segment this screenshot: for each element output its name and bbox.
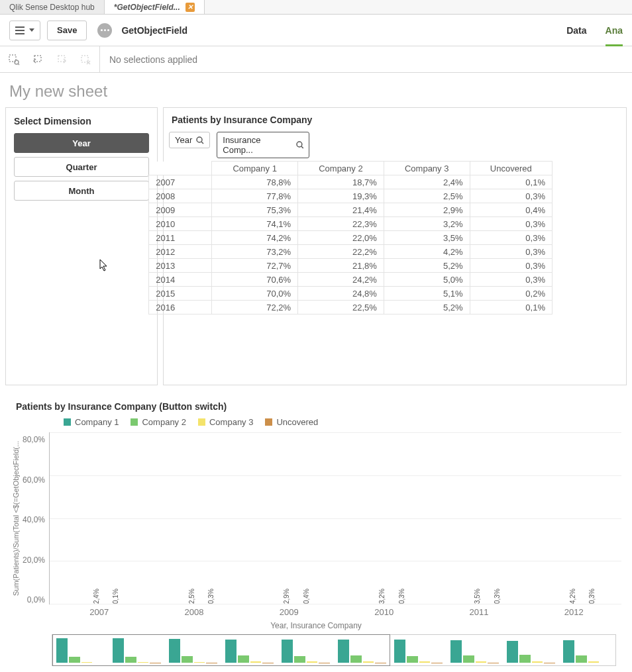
chart-plot[interactable]: 78,8%18,7%2,4%0,1%77,8%19,3%2,5%0,3%75,3… xyxy=(49,432,621,604)
bar-group[interactable]: 77,8%19,3%2,5%0,3% xyxy=(145,432,240,604)
table-row[interactable]: 201372,7%21,8%5,2%0,3% xyxy=(149,259,553,273)
pivot-cell[interactable]: 74,2% xyxy=(212,231,298,245)
pivot-cell[interactable]: 0,3% xyxy=(470,231,552,245)
pivot-cell[interactable]: 3,2% xyxy=(384,217,470,231)
dim-button-year[interactable]: Year xyxy=(14,133,149,153)
pivot-col-dim[interactable]: Insurance Comp... xyxy=(217,132,309,158)
pivot-cell[interactable]: 21,8% xyxy=(298,259,384,273)
pivot-cell[interactable]: 2,4% xyxy=(384,175,470,189)
table-row[interactable]: 200877,8%19,3%2,5%0,3% xyxy=(149,189,553,203)
pivot-cell[interactable]: 77,8% xyxy=(212,189,298,203)
pivot-row-header[interactable]: 2009 xyxy=(149,203,212,217)
pivot-row-header[interactable]: 2007 xyxy=(149,175,212,189)
pivot-cell[interactable]: 24,2% xyxy=(298,273,384,287)
table-row[interactable]: 201570,0%24,8%5,1%0,2% xyxy=(149,287,553,301)
pivot-cell[interactable]: 5,2% xyxy=(384,301,470,314)
pivot-cell[interactable]: 22,0% xyxy=(298,231,384,245)
close-icon[interactable]: ✕ xyxy=(185,3,195,12)
pivot-col-header[interactable]: Uncovered xyxy=(470,162,552,175)
pivot-row-header[interactable]: 2016 xyxy=(149,301,212,314)
pivot-cell[interactable]: 4,2% xyxy=(384,245,470,259)
pivot-row-header[interactable]: 2012 xyxy=(149,245,212,259)
pivot-row-header[interactable]: 2011 xyxy=(149,231,212,245)
pivot-table[interactable]: Company 1Company 2Company 3Uncovered 200… xyxy=(148,161,553,314)
step-back-icon[interactable] xyxy=(30,52,45,67)
pivot-cell[interactable]: 2,9% xyxy=(384,203,470,217)
dim-button-month[interactable]: Month xyxy=(14,181,149,201)
mode-analysis[interactable]: Ana xyxy=(606,25,623,46)
pivot-cell[interactable]: 74,1% xyxy=(212,217,298,231)
pivot-cell[interactable]: 0,1% xyxy=(470,301,552,314)
tab-hub[interactable]: Qlik Sense Desktop hub xyxy=(0,0,105,14)
pivot-cell[interactable]: 0,3% xyxy=(470,245,552,259)
pivot-cell[interactable]: 75,3% xyxy=(212,203,298,217)
xaxis-label: Year, Insurance Company xyxy=(11,621,621,630)
pivot-row-header[interactable]: 2008 xyxy=(149,189,212,203)
pivot-cell[interactable]: 5,1% xyxy=(384,287,470,301)
legend-item[interactable]: Uncovered xyxy=(265,417,318,427)
bar-group[interactable]: 74,1%22,3%3,2%0,3% xyxy=(336,432,431,604)
pivot-row-header[interactable]: 2014 xyxy=(149,273,212,287)
pivot-cell[interactable]: 70,6% xyxy=(212,273,298,287)
bar-group[interactable]: 75,3%21,4%2,9%0,4% xyxy=(240,432,336,604)
pivot-cell[interactable]: 78,8% xyxy=(212,175,298,189)
pivot-cell[interactable]: 2,5% xyxy=(384,189,470,203)
pivot-cell[interactable]: 0,2% xyxy=(470,287,552,301)
table-row[interactable]: 201470,6%24,2%5,0%0,3% xyxy=(149,273,553,287)
pivot-cell[interactable]: 72,7% xyxy=(212,259,298,273)
pivot-cell[interactable]: 0,3% xyxy=(470,273,552,287)
pivot-cell[interactable]: 19,3% xyxy=(298,189,384,203)
pivot-cell[interactable]: 24,8% xyxy=(298,287,384,301)
overview-group[interactable] xyxy=(447,635,503,665)
pivot-cell[interactable]: 0,3% xyxy=(470,189,552,203)
pivot-col-header[interactable]: Company 2 xyxy=(298,162,384,175)
pivot-cell[interactable]: 0,3% xyxy=(470,217,552,231)
pivot-cell[interactable]: 70,0% xyxy=(212,287,298,301)
table-row[interactable]: 201074,1%22,3%3,2%0,3% xyxy=(149,217,553,231)
pivot-cell[interactable]: 22,5% xyxy=(298,301,384,314)
bar-group[interactable]: 73,2%22,2%4,2%0,3% xyxy=(526,432,621,604)
pivot-cell[interactable]: 0,1% xyxy=(470,175,552,189)
chart-overview[interactable] xyxy=(52,634,616,666)
pivot-row-dim[interactable]: Year xyxy=(169,132,210,148)
table-row[interactable]: 200975,3%21,4%2,9%0,4% xyxy=(149,203,553,217)
save-button[interactable]: Save xyxy=(47,21,87,40)
pivot-row-header[interactable]: 2015 xyxy=(149,287,212,301)
table-row[interactable]: 201174,2%22,0%3,5%0,3% xyxy=(149,231,553,245)
pivot-cell[interactable]: 5,0% xyxy=(384,273,470,287)
overview-group[interactable] xyxy=(559,635,615,665)
legend-item[interactable]: Company 3 xyxy=(198,417,253,427)
menu-button[interactable] xyxy=(9,21,40,40)
table-row[interactable]: 201672,2%22,5%5,2%0,1% xyxy=(149,301,553,314)
pivot-cell[interactable]: 3,5% xyxy=(384,231,470,245)
pivot-cell[interactable]: 18,7% xyxy=(298,175,384,189)
pivot-cell[interactable]: 72,2% xyxy=(212,301,298,314)
pivot-cell[interactable]: 73,2% xyxy=(212,245,298,259)
bar-group[interactable]: 78,8%18,7%2,4%0,1% xyxy=(50,432,145,604)
pivot-cell[interactable]: 0,3% xyxy=(470,259,552,273)
overview-group[interactable] xyxy=(503,635,559,665)
table-row[interactable]: 200778,8%18,7%2,4%0,1% xyxy=(149,175,553,189)
smart-search-icon[interactable] xyxy=(7,52,21,67)
app-tabs: Qlik Sense Desktop hub *GetObjectField..… xyxy=(0,0,632,15)
pivot-row-header[interactable]: 2010 xyxy=(149,217,212,231)
chart-area[interactable]: Sum(Patients)/Sum(Total <$(=GetObjectFie… xyxy=(11,432,621,604)
legend-item[interactable]: Company 1 xyxy=(64,417,119,427)
pivot-cell[interactable]: 5,2% xyxy=(384,259,470,273)
pivot-cell[interactable]: 22,2% xyxy=(298,245,384,259)
overview-group[interactable] xyxy=(390,635,447,665)
pivot-cell[interactable]: 21,4% xyxy=(298,203,384,217)
pivot-row-header[interactable]: 2013 xyxy=(149,259,212,273)
overview-window[interactable] xyxy=(52,634,390,666)
pivot-col-header[interactable]: Company 1 xyxy=(212,162,298,175)
pivot-cell[interactable]: 22,3% xyxy=(298,217,384,231)
table-row[interactable]: 201273,2%22,2%4,2%0,3% xyxy=(149,245,553,259)
tab-active[interactable]: *GetObjectField... ✕ xyxy=(105,0,205,14)
bar-group[interactable]: 74,2%22,0%3,5%0,3% xyxy=(431,432,526,604)
sheet-title[interactable]: My new sheet xyxy=(0,73,632,107)
pivot-cell[interactable]: 0,4% xyxy=(470,203,552,217)
pivot-col-header[interactable]: Company 3 xyxy=(384,162,470,175)
dim-button-quarter[interactable]: Quarter xyxy=(14,157,149,177)
legend-item[interactable]: Company 2 xyxy=(131,417,185,427)
mode-data[interactable]: Data xyxy=(566,25,586,36)
